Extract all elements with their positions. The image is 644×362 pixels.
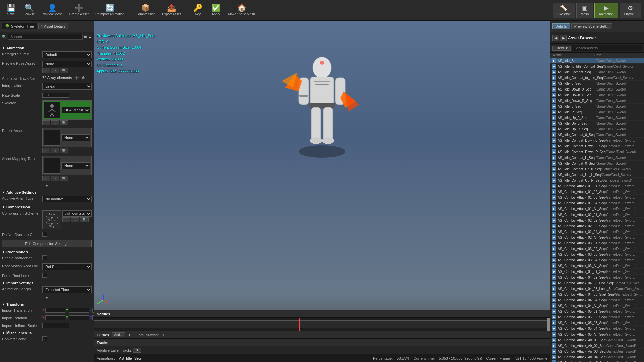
compression-back-btn[interactable]: ← [62,217,70,222]
animation-section[interactable]: Animation [2,46,92,50]
asset-item[interactable]: ▶ AS_Combo_Attack_05_01_Seq /Game/Deul_S… [550,309,644,314]
parent-asset-select[interactable]: None [61,134,90,141]
asset-item[interactable]: ▶ AS_Idle_Down_R_Seq /Game/Deul_Sword/ [550,98,644,104]
collapse-arrow[interactable]: ▼ [2,184,92,188]
left-panel-scroll[interactable]: Animation Retarget Source Default Previe… [0,41,94,362]
grid-view-icon[interactable]: ⊞ [84,35,87,39]
asset-item[interactable]: ▶ AS_Idle_0_Seq /Game/Deul_Sword/ [550,81,644,86]
asset-item[interactable]: ▶ AS_Combo_Attack_03_All_Seq /Game/Deul_… [550,263,644,269]
enable-root-motion-checkbox[interactable] [42,255,47,260]
asset-item[interactable]: ▶ AS_Combo_Attack_04_01_Seq /Game/Deul_S… [550,269,644,275]
mapping-search-btn[interactable]: 🔍 [60,176,68,181]
compression-search-btn[interactable]: 🔍 [80,217,89,222]
asset-item[interactable]: ▶ AS_Combo_Attack_02_01_Seq /Game/Deul_S… [550,212,644,218]
asset-item[interactable]: ▶ AS_Combo_Attack_01_03_Seq /Game/Deul_S… [550,195,644,200]
asset-item[interactable]: ▶ AS_Combo_Attack_01_02_Seq /Game/Deul_S… [550,189,644,195]
asset-item[interactable]: ▶ AS_Idle_Combat_Seq /Game/Deul_Sword/ [550,69,644,75]
compression-section[interactable]: Compression [2,205,92,209]
animation-mode-button[interactable]: ▶ Animation [594,3,618,18]
import-translation-z[interactable]: 0.0 [92,308,94,313]
apply-button[interactable]: ✅ Apply [207,1,224,20]
parent-asset-fwd-btn[interactable]: → [51,148,59,153]
asset-item[interactable]: ▶ AS_Idle_Down_0_Seq /Game/Deul_Sword/ [550,86,644,92]
asset-item[interactable]: ▶ AS_Idle_Combat_Up_0_Seq /Game/Deul_Swo… [550,166,644,172]
import-settings-section[interactable]: Import Settings [2,281,92,285]
asset-details-tab[interactable]: ℹ Asset Details [38,23,68,29]
details-tab[interactable]: Details [552,23,570,29]
asset-item[interactable]: ▶ AS_Combo_Attack_Air_03_Seq /Game/Deul_… [550,349,644,354]
skeleton-select[interactable]: UE4_Mannequin_Skeleton [61,107,90,113]
asset-item[interactable]: ▶ AS_Idle_Seq /Game/Deul_Sword/ [550,58,644,64]
skeleton-tree-tab[interactable]: 🌳 Skeleton Tree [2,23,37,29]
settings-icon[interactable]: ⚙ [88,35,92,39]
skeleton-back-btn[interactable]: ← [42,120,50,125]
import-translation-y[interactable]: 0.0 [69,308,89,313]
asset-item[interactable]: ▶ AS_Combo_Attack_04_03_End_Seq /Game/De… [550,280,644,286]
remove-track-btn[interactable]: 🗑 [82,76,85,80]
convert-scene-checkbox[interactable] [42,336,47,341]
asset-browser-back-btn[interactable]: ◀ [552,35,559,41]
asset-item[interactable]: ▶ AS_Idle_Up_L_Seq /Game/Deul_Sword/ [550,121,644,126]
create-asset-button[interactable]: ➕ Create Asset [67,1,91,20]
asset-item[interactable]: ▶ AS_Combo_Attack_02_All_Seq /Game/Deul_… [550,235,644,240]
asset-item[interactable]: ▶ AS_Idle_Combat_Down_L_Seq /Game/Deul_S… [550,143,644,149]
additive-settings-section[interactable]: Additive Settings [2,190,92,194]
pose-asset-back-btn[interactable]: ← [42,68,50,73]
asset-item[interactable]: ▶ AS_Combo_Attack_02_03_Seq /Game/Deul_S… [550,223,644,229]
asset-item[interactable]: ▶ AS_Combo_Attack_03_03_Seq /Game/Deul_S… [550,252,644,257]
import-collapse-arrow[interactable]: ▼ [2,296,92,300]
asset-item[interactable]: ▶ AS_Combo_Attack_01_04_Seq /Game/Deul_S… [550,200,644,206]
browse-button[interactable]: 🔍 Browse [21,1,38,20]
reimport-animation-button[interactable]: 🔄 Reimport Animation [93,1,127,20]
notifies-track[interactable]: 1 + [94,318,550,331]
asset-item[interactable]: ▶ AS_Combo_Attack_Air_All_Seq /Game/Deul… [550,360,644,362]
curves-add-button[interactable]: Add... [112,332,125,337]
asset-item[interactable]: ▶ AS_Combo_Attack_04_03_Start_Seq /Game/… [550,292,644,297]
asset-item[interactable]: ▶ AS_Idle_Combat_0_Seq /Game/Deul_Sword/ [550,132,644,138]
asset-item[interactable]: ▶ AS_Combo_Attack_03_04_Seq /Game/Deul_S… [550,257,644,263]
asset-item[interactable]: ▶ AS_Idle_Combat_Up_L_Seq /Game/Deul_Swo… [550,172,644,178]
compression-scheme-select[interactable]: AnimCompress_BitwiseCo... [62,210,92,217]
parent-asset-back-btn[interactable]: ← [42,148,50,153]
asset-browser-fwd-btn[interactable]: ▶ [560,35,567,41]
root-motion-root-loc-select[interactable]: Ref Pose [42,263,92,270]
preview-pose-asset-select[interactable]: None [42,61,92,67]
make-static-mesh-button[interactable]: 🏠 Make Static Mesh [225,1,257,20]
asset-item[interactable]: ▶ AS_Combo_Attack_Air_02_Seq /Game/Deul_… [550,343,644,349]
root-motion-section[interactable]: Root Motion [2,250,92,254]
asset-item[interactable]: ▶ AS_Idle_Up_0_Seq /Game/Deul_Sword/ [550,115,644,121]
asset-item[interactable]: ▶ AS_Combo_Attack_04_02_Seq /Game/Deul_S… [550,275,644,280]
rate-scale-input[interactable] [42,93,69,98]
asset-item[interactable]: ▶ AS_Combo_Attack_04_All_Seq /Game/Deul_… [550,303,644,309]
asset-item[interactable]: ▶ AS_Combo_Attack_Air_04_Seq /Game/Deul_… [550,354,644,360]
compression-button[interactable]: 📦 Compression [133,1,158,20]
import-rotation-x[interactable]: 0.0 [45,315,65,320]
asset-list[interactable]: ▶ AS_Idle_Seq /Game/Deul_Sword/ ▶ AS_Idl… [550,58,644,362]
timeline-plus-btn[interactable]: + [541,319,543,324]
filters-button[interactable]: Filters ▼ [552,46,571,51]
asset-item[interactable]: ▶ AS_Idle_Up_R_Seq /Game/Deul_Sword/ [550,126,644,132]
asset-item[interactable]: ▶ AS_Idle_R_Seq /Game/Deul_Sword/ [550,109,644,115]
export-asset-button[interactable]: 📤 Export Asset [159,1,183,20]
asset-search-input[interactable] [572,45,642,51]
key-button[interactable]: 🔑 Key [189,1,206,20]
asset-item[interactable]: ▶ AS_Combo_Attack_04_03_Loop_Seq /Game/D… [550,286,644,292]
asset-item[interactable]: ▶ AS_Idle_L_Seq /Game/Deul_Sword/ [550,104,644,109]
mapping-fwd-btn[interactable]: → [51,176,59,181]
do-not-override-checkbox[interactable] [42,232,47,237]
retarget-source-select[interactable]: Default [42,51,92,58]
asset-item[interactable]: ▶ AS_Combo_Attack_04_04_Seq /Game/Deul_S… [550,297,644,303]
asset-item[interactable]: ▶ AS_Combo_Attack_02_02_Seq /Game/Deul_S… [550,218,644,223]
asset-item[interactable]: ▶ AS_Combo_Attack_05_All_Seq /Game/Deul_… [550,331,644,337]
mesh-mode-button[interactable]: ▣ Mesh [576,3,593,18]
skeleton-mode-button[interactable]: 🦴 Skeleton [553,3,575,18]
curves-add-dropdown[interactable]: ▼ [128,333,131,337]
force-root-lock-checkbox[interactable] [42,273,47,278]
asset-item[interactable]: ▶ AS_Idle_to_Idle_Combat_Seq /Game/Deul_… [550,64,644,69]
asset-item[interactable]: ▶ AS_Combo_Attack_05_04_Seq /Game/Deul_S… [550,326,644,331]
asset-item[interactable]: ▶ AS_Combo_Attack_01_01_Seq /Game/Deul_S… [550,183,644,189]
miscellaneous-section[interactable]: Miscellaneous [2,331,92,335]
additive-anim-type-select[interactable]: No additive [42,196,92,202]
skeleton-fwd-btn[interactable]: → [51,120,59,125]
mapping-back-btn[interactable]: ← [42,176,50,181]
